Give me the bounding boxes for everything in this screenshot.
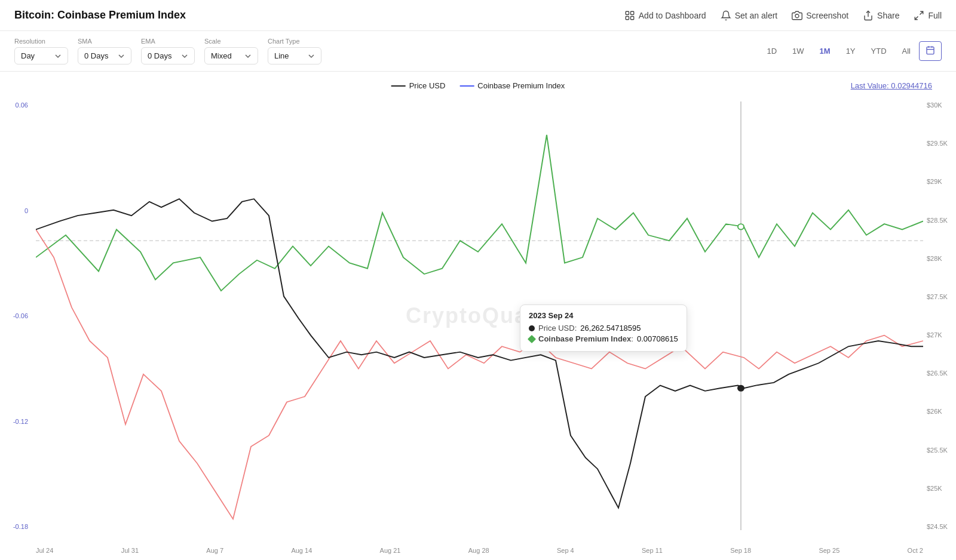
chart-container: Price USD Coinbase Premium Index Last Va…	[0, 72, 956, 560]
chart-type-control: Chart Type Line	[268, 38, 321, 64]
x-label-sep25: Sep 25	[819, 547, 839, 554]
time-all-button[interactable]: All	[895, 43, 918, 59]
calendar-button[interactable]	[919, 41, 942, 61]
set-alert-button[interactable]: Set an alert	[721, 10, 778, 21]
bell-icon	[721, 10, 731, 21]
y-right-28k: $28K	[927, 255, 942, 262]
sma-select[interactable]: 0 Days	[78, 47, 131, 64]
expand-icon	[914, 10, 924, 21]
coinbase-premium-legend-line	[459, 85, 474, 87]
last-value: Last Value: 0.02944716	[851, 81, 932, 90]
x-label-aug21: Aug 21	[380, 547, 401, 554]
y-axis-left: 0.06 0 -0.06 -0.12 -0.18	[0, 101, 33, 530]
x-label-aug7: Aug 7	[206, 547, 223, 554]
share-button[interactable]: Share	[863, 10, 899, 21]
price-usd-line	[36, 199, 923, 508]
header-actions: Add to Dashboard Set an alert Screenshot…	[624, 10, 942, 21]
page-title: Bitcoin: Coinbase Premium Index	[14, 9, 186, 21]
y-right-275k: $27.5K	[927, 293, 948, 300]
chevron-down-icon	[244, 53, 252, 60]
y-right-26k: $26K	[927, 408, 942, 415]
chart-legend: Price USD Coinbase Premium Index	[391, 81, 565, 90]
y-right-255k: $25.5K	[927, 447, 948, 454]
sma-control: SMA 0 Days	[78, 38, 131, 64]
camera-icon	[792, 10, 802, 21]
y-right-29k: $29K	[927, 178, 942, 185]
x-label-aug28: Aug 28	[468, 547, 489, 554]
full-button[interactable]: Full	[914, 10, 942, 21]
y-label-2: -0.06	[13, 312, 28, 319]
svg-line-7	[915, 16, 918, 19]
y-label-0: 0.06	[16, 101, 28, 109]
screenshot-button[interactable]: Screenshot	[792, 10, 848, 21]
x-label-sep18: Sep 18	[730, 547, 751, 554]
svg-point-4	[795, 14, 799, 17]
y-axis-right: $30K $29.5K $29K $28.5K $28K $27.5K $27K…	[923, 101, 956, 530]
time-range-buttons: 1D 1W 1M 1Y YTD All	[759, 41, 942, 61]
ema-select[interactable]: 0 Days	[141, 47, 195, 64]
y-label-3: -0.12	[13, 418, 28, 425]
svg-line-6	[920, 11, 923, 14]
y-right-30k: $30K	[927, 101, 942, 109]
time-1d-button[interactable]: 1D	[759, 43, 784, 59]
y-right-285k: $28.5K	[927, 217, 948, 224]
x-axis: Jul 24 Jul 31 Aug 7 Aug 14 Aug 21 Aug 28…	[36, 547, 923, 554]
svg-rect-3	[630, 16, 633, 19]
y-right-27k: $27K	[927, 331, 942, 339]
chevron-down-icon	[54, 53, 62, 60]
controls-left: Resolution Day SMA 0 Days EMA 0 Days	[14, 38, 321, 64]
share-icon	[863, 10, 874, 21]
chevron-down-icon	[308, 53, 315, 60]
legend-price-usd: Price USD	[391, 81, 446, 90]
add-dashboard-button[interactable]: Add to Dashboard	[624, 10, 706, 21]
chevron-down-icon	[118, 53, 125, 60]
controls-bar: Resolution Day SMA 0 Days EMA 0 Days	[0, 31, 956, 72]
x-label-sep11: Sep 11	[642, 547, 663, 554]
price-usd-legend-line	[391, 85, 406, 87]
chart-type-select[interactable]: Line	[268, 47, 321, 64]
ema-control: EMA 0 Days	[141, 38, 195, 64]
hover-dot-black	[738, 386, 744, 391]
x-label-oct2: Oct 2	[908, 547, 923, 554]
y-right-265k: $26.5K	[927, 370, 948, 377]
x-label-jul24: Jul 24	[36, 547, 53, 554]
calendar-icon	[926, 45, 935, 55]
time-ytd-button[interactable]: YTD	[864, 43, 894, 59]
main-chart-svg	[36, 101, 923, 530]
y-right-245k: $24.5K	[927, 523, 948, 530]
time-1y-button[interactable]: 1Y	[839, 43, 863, 59]
x-label-sep4: Sep 4	[557, 547, 574, 554]
scale-control: Scale Mixed	[204, 38, 258, 64]
svg-rect-1	[630, 11, 633, 14]
resolution-select[interactable]: Day	[14, 47, 68, 64]
dashboard-icon	[624, 10, 635, 21]
x-label-jul31: Jul 31	[121, 547, 139, 554]
hover-dot-green	[738, 224, 744, 229]
svg-rect-0	[626, 11, 629, 14]
svg-rect-8	[927, 47, 934, 54]
chevron-down-icon	[181, 53, 188, 60]
resolution-control: Resolution Day	[14, 38, 68, 64]
legend-coinbase-premium: Coinbase Premium Index	[459, 81, 565, 90]
scale-select[interactable]: Mixed	[204, 47, 258, 64]
y-right-25k: $25K	[927, 485, 942, 492]
time-1w-button[interactable]: 1W	[785, 43, 811, 59]
premium-index-line	[36, 135, 923, 291]
y-label-1: 0	[24, 207, 28, 214]
svg-rect-2	[626, 16, 629, 19]
x-label-aug14: Aug 14	[291, 547, 312, 554]
y-right-295k: $29.5K	[927, 140, 948, 147]
time-1m-button[interactable]: 1M	[813, 43, 838, 59]
y-label-4: -0.18	[13, 523, 28, 530]
header: Bitcoin: Coinbase Premium Index Add to D…	[0, 0, 956, 31]
